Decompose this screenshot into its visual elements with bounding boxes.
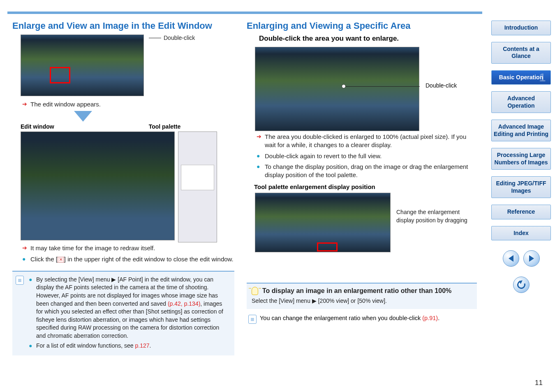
close-note-b: ] in the upper right of the edit window … — [64, 256, 234, 263]
edit-tool-labels: Edit window Tool palette — [21, 123, 234, 130]
nav-introduction[interactable]: Introduction — [491, 21, 551, 35]
info-icon: ≣ — [248, 315, 257, 324]
close-note-a: Click the [ — [30, 256, 58, 263]
chevron-right-icon — [529, 255, 534, 262]
nav-basic-operation[interactable]: Basic Operation — [491, 70, 551, 85]
tool-palette-pos-example: Change the enlargement display position … — [247, 193, 477, 252]
close-icon: ✕ — [58, 257, 64, 263]
prev-page-button[interactable] — [503, 250, 519, 267]
next-page-button[interactable] — [523, 250, 540, 267]
info-item-1-text: By selecting the [View] menu ▶ [AF Point… — [36, 276, 229, 340]
edit-window-appears-text: The edit window appears. — [30, 100, 234, 108]
right-column: Enlarging and Viewing a Specific Area Do… — [247, 21, 477, 382]
nav-reference[interactable]: Reference — [491, 205, 551, 219]
undo-icon — [516, 279, 527, 291]
result-arrow-icon: ➔ — [257, 133, 262, 141]
target-point-icon — [342, 84, 346, 88]
info-panel-left: ≣ ● By selecting the [View] menu ▶ [AF P… — [12, 271, 234, 355]
chevron-left-icon — [509, 255, 513, 262]
info-icon: ≣ — [16, 276, 24, 285]
result-arrow-icon: ➔ — [22, 100, 28, 108]
right-subheading: Double-click the area you want to enlarg… — [259, 35, 477, 43]
edit-window-label: Edit window — [21, 123, 54, 130]
screenshot-enlarge-target — [255, 47, 419, 131]
tool-palette-pos-label: Tool palette enlargement display positio… — [254, 183, 477, 190]
double-click-callout: Double-click — [149, 35, 195, 41]
redraw-note-text: It may take time for the image to redraw… — [30, 244, 234, 252]
double-click-text: Double-click — [426, 82, 457, 89]
flow-arrow-icon — [74, 111, 92, 122]
tip-title: To display an image in an enlargement ra… — [262, 287, 451, 295]
enlarge-example: Double-click — [247, 47, 477, 131]
highlight-box — [317, 242, 338, 251]
bullet-icon: ● — [29, 342, 34, 350]
bullet-icon: ● — [29, 276, 34, 340]
nav-editing-jpeg-tiff[interactable]: Editing JPEG/TIFF Images — [491, 176, 551, 198]
ratio-note-a: You can change the enlargement ratio whe… — [260, 315, 422, 321]
chapter-nav: Introduction Contents at a Glance Basic … — [491, 21, 551, 293]
screenshot-edit-window — [21, 131, 175, 240]
enlarge-result-1-text: The area you double-clicked is enlarged … — [265, 133, 477, 150]
screenshot-tool-palette-pos — [255, 193, 391, 252]
link-p42-p134[interactable]: (p.42, p.134) — [168, 300, 200, 307]
info-item-1: ● By selecting the [View] menu ▶ [AF Poi… — [29, 276, 229, 340]
page-number: 11 — [535, 379, 543, 387]
result-arrow-icon: ➔ — [22, 244, 28, 252]
enlarge-result-1: ➔ The area you double-clicked is enlarge… — [257, 133, 477, 150]
bullet-icon: ● — [257, 152, 262, 160]
enlarge-result-2: ● Double-click again to revert to the fu… — [257, 152, 477, 160]
close-note-text: Click the [✕] in the upper right of the … — [30, 255, 234, 263]
nav-adv-label: Advanced Operation — [507, 95, 535, 109]
enlarge-result-3-text: To change the display position, drag on … — [265, 163, 477, 180]
screenshot-main-window — [21, 35, 144, 96]
tip-body: Select the [View] menu ▶ [200% view] or … — [252, 297, 472, 304]
page-body: Enlarge and View an Image in the Edit Wi… — [12, 21, 481, 382]
tool-palette-label: Tool palette — [149, 123, 181, 130]
enlarge-result-3: ● To change the display position, drag o… — [257, 163, 477, 180]
ratio-note: ≣ You can change the enlargement ratio w… — [248, 315, 477, 324]
back-button[interactable] — [513, 277, 530, 293]
ratio-note-b: . — [438, 315, 439, 321]
edit-window-row — [12, 131, 234, 242]
info-item-2: ● For a list of edit window functions, s… — [29, 342, 229, 350]
redraw-note: ➔ It may take time for the image to redr… — [22, 244, 234, 252]
tip-heading: To display an image in an enlargement ra… — [252, 287, 472, 295]
nav-contents[interactable]: Contents at a Glance — [491, 42, 551, 64]
nav-advanced-operation[interactable]: Advanced Operation — [491, 91, 551, 113]
example-main-window: Double-click — [12, 35, 234, 96]
right-heading: Enlarging and Viewing a Specific Area — [247, 21, 477, 31]
leader-line — [149, 38, 161, 38]
double-click-text: Double-click — [164, 35, 195, 41]
edit-window-appears: ➔ The edit window appears. — [22, 100, 234, 108]
nav-processing-large-numbers[interactable]: Processing Large Numbers of Images — [491, 148, 551, 170]
info2-b: . — [150, 342, 151, 349]
enlarge-result-2-text: Double-click again to revert to the full… — [265, 152, 477, 160]
top-divider — [7, 12, 482, 14]
tip-panel: To display an image in an enlargement ra… — [247, 283, 477, 309]
lightbulb-icon — [252, 287, 258, 295]
ratio-note-text: You can change the enlargement ratio whe… — [260, 315, 439, 321]
page-nav-buttons — [491, 250, 551, 267]
left-heading: Enlarge and View an Image in the Edit Wi… — [12, 21, 234, 31]
nav-index[interactable]: Index — [491, 226, 551, 241]
left-column: Enlarge and View an Image in the Edit Wi… — [12, 21, 234, 382]
link-p91[interactable]: (p.91) — [422, 315, 438, 321]
info2-a: For a list of edit window functions, see — [36, 342, 135, 349]
bullet-icon: ● — [257, 163, 262, 171]
nav-advanced-image-editing[interactable]: Advanced Image Editing and Printing — [491, 120, 551, 141]
back-button-row — [491, 277, 551, 293]
bullet-icon: ● — [22, 255, 28, 263]
drag-note: Change the enlargement display position … — [396, 208, 470, 224]
close-note: ● Click the [✕] in the upper right of th… — [22, 255, 234, 263]
screenshot-tool-palette — [178, 131, 217, 242]
leader-line — [346, 86, 420, 87]
link-p127[interactable]: p.127 — [135, 342, 149, 349]
info-item-2-text: For a list of edit window functions, see… — [36, 342, 151, 350]
highlight-box — [50, 67, 70, 83]
